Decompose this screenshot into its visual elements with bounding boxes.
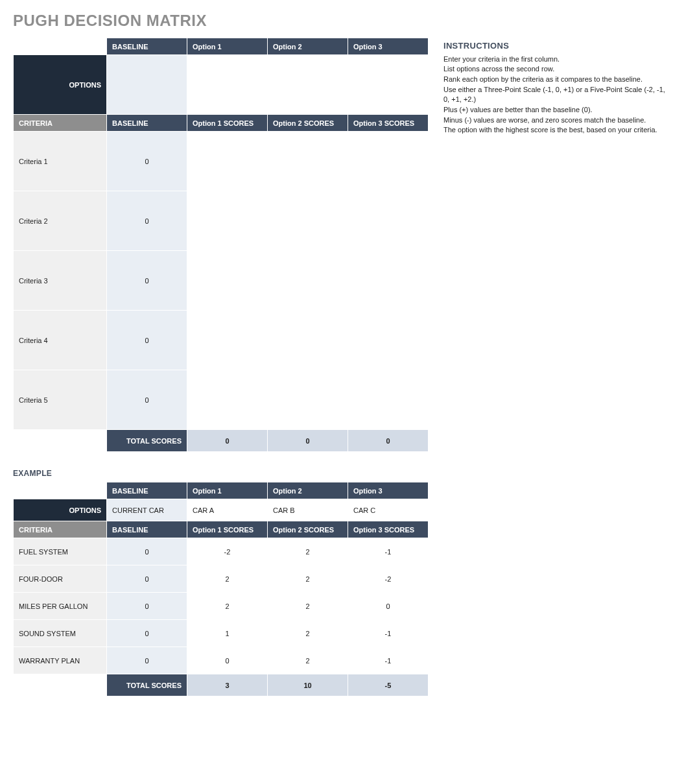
criteria-cell: MILES PER GALLON xyxy=(14,593,107,620)
criteria-row: Criteria 4 0 xyxy=(14,311,429,370)
score-cell[interactable] xyxy=(348,132,429,191)
total-scores-label: TOTAL SCORES xyxy=(107,674,187,696)
criteria-header: CRITERIA xyxy=(14,521,107,538)
option-header: Option 2 xyxy=(268,482,348,499)
total-cell: -5 xyxy=(348,674,429,696)
score-cell[interactable] xyxy=(348,191,429,251)
option-value-cell: CAR A xyxy=(187,499,268,521)
score-header: Option 1 SCORES xyxy=(187,521,268,538)
criteria-row: FUEL SYSTEM 0 -2 2 -1 xyxy=(14,538,429,565)
option-header: Option 3 xyxy=(348,38,429,55)
score-header: Option 2 SCORES xyxy=(268,115,348,132)
instructions-line: Enter your criteria in the first column. xyxy=(443,54,671,64)
score-cell: 2 xyxy=(187,565,268,593)
score-cell[interactable] xyxy=(348,251,429,311)
score-cell[interactable] xyxy=(268,251,348,311)
example-matrix: BASELINE Option 1 Option 2 Option 3 OPTI… xyxy=(13,482,429,696)
option-value-cell: CAR C xyxy=(348,499,429,521)
option-value-cell: CURRENT CAR xyxy=(107,499,187,521)
baseline-cell: 0 xyxy=(107,311,187,370)
blank-corner xyxy=(14,482,107,499)
score-cell: 2 xyxy=(268,620,348,647)
score-cell[interactable] xyxy=(187,191,268,251)
score-cell[interactable] xyxy=(268,311,348,370)
blank-corner xyxy=(14,38,107,55)
instructions-panel: INSTRUCTIONS Enter your criteria in the … xyxy=(443,38,671,136)
score-cell: 2 xyxy=(268,565,348,593)
total-cell: 0 xyxy=(187,430,268,452)
criteria-row: MILES PER GALLON 0 2 2 0 xyxy=(14,593,429,620)
score-header: Option 2 SCORES xyxy=(268,521,348,538)
score-header: Option 1 SCORES xyxy=(187,115,268,132)
score-cell: -1 xyxy=(348,647,429,674)
criteria-cell[interactable]: Criteria 2 xyxy=(14,191,107,251)
criteria-cell: SOUND SYSTEM xyxy=(14,620,107,647)
baseline-cell: 0 xyxy=(107,647,187,674)
blank-corner xyxy=(14,674,107,696)
option-value-cell[interactable] xyxy=(187,55,268,115)
criteria-cell: WARRANTY PLAN xyxy=(14,647,107,674)
total-cell: 10 xyxy=(268,674,348,696)
score-cell: -2 xyxy=(187,538,268,565)
criteria-cell: FUEL SYSTEM xyxy=(14,538,107,565)
score-cell[interactable] xyxy=(268,191,348,251)
instructions-line: Plus (+) values are better than the base… xyxy=(443,105,671,115)
score-cell: -1 xyxy=(348,620,429,647)
score-cell[interactable] xyxy=(348,311,429,370)
score-header: Option 3 SCORES xyxy=(348,521,429,538)
instructions-line: Rank each option by the criteria as it c… xyxy=(443,75,671,84)
blank-corner xyxy=(14,430,107,452)
criteria-row: Criteria 2 0 xyxy=(14,191,429,251)
score-cell: -1 xyxy=(348,538,429,565)
score-cell: 0 xyxy=(348,593,429,620)
instructions-line: Minus (-) values are worse, and zero sco… xyxy=(443,115,671,125)
score-cell[interactable] xyxy=(187,251,268,311)
score-cell[interactable] xyxy=(268,132,348,191)
criteria-row: Criteria 3 0 xyxy=(14,251,429,311)
criteria-row: Criteria 5 0 xyxy=(14,370,429,430)
score-cell[interactable] xyxy=(348,370,429,430)
score-header: Option 3 SCORES xyxy=(348,115,429,132)
baseline-cell: 0 xyxy=(107,593,187,620)
option-value-cell[interactable] xyxy=(268,55,348,115)
page-title: PUGH DECISION MATRIX xyxy=(13,12,671,30)
criteria-cell[interactable]: Criteria 5 xyxy=(14,370,107,430)
option-header: Option 2 xyxy=(268,38,348,55)
score-cell[interactable] xyxy=(187,370,268,430)
criteria-row: WARRANTY PLAN 0 0 2 -1 xyxy=(14,647,429,674)
score-cell[interactable] xyxy=(187,132,268,191)
score-cell: 2 xyxy=(268,593,348,620)
score-cell: -2 xyxy=(348,565,429,593)
instructions-line: The option with the highest score is the… xyxy=(443,125,671,135)
total-scores-label: TOTAL SCORES xyxy=(107,430,187,452)
criteria-cell[interactable]: Criteria 3 xyxy=(14,251,107,311)
example-heading: EXAMPLE xyxy=(13,469,428,478)
option-header: BASELINE xyxy=(107,38,187,55)
instructions-line: Use either a Three-Point Scale (-1, 0, +… xyxy=(443,85,671,104)
options-label: OPTIONS xyxy=(14,55,107,115)
option-value-cell[interactable] xyxy=(107,55,187,115)
criteria-row: SOUND SYSTEM 0 1 2 -1 xyxy=(14,620,429,647)
option-value-cell[interactable] xyxy=(348,55,429,115)
score-cell[interactable] xyxy=(187,311,268,370)
baseline-cell: 0 xyxy=(107,538,187,565)
baseline-cell: 0 xyxy=(107,132,187,191)
baseline-cell: 0 xyxy=(107,565,187,593)
score-cell: 2 xyxy=(187,593,268,620)
baseline-cell: 0 xyxy=(107,251,187,311)
criteria-header: CRITERIA xyxy=(14,115,107,132)
option-value-cell: CAR B xyxy=(268,499,348,521)
criteria-cell[interactable]: Criteria 1 xyxy=(14,132,107,191)
criteria-row: Criteria 1 0 xyxy=(14,132,429,191)
score-cell: 0 xyxy=(187,647,268,674)
instructions-line: List options across the second row. xyxy=(443,64,671,74)
score-cell[interactable] xyxy=(268,370,348,430)
main-matrix: BASELINE Option 1 Option 2 Option 3 OPTI… xyxy=(13,38,429,452)
criteria-cell[interactable]: Criteria 4 xyxy=(14,311,107,370)
option-header: Option 1 xyxy=(187,38,268,55)
total-cell: 3 xyxy=(187,674,268,696)
options-label: OPTIONS xyxy=(14,499,107,521)
instructions-heading: INSTRUCTIONS xyxy=(443,40,671,52)
option-header: Option 3 xyxy=(348,482,429,499)
option-header: Option 1 xyxy=(187,482,268,499)
